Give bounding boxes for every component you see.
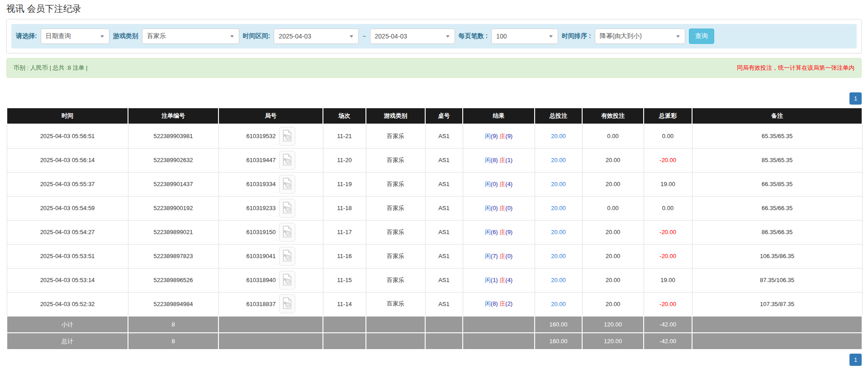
round-id-wrap: 610318940 [222,271,320,290]
cell-session: 11-18 [323,196,366,220]
cell-result: 闲(9) 庄(9) [463,124,535,148]
col-game-type: 游戏类别 [366,108,425,124]
result-banker-label: 庄 [499,157,505,163]
result-player-label: 闲 [485,181,491,187]
chevron-down-icon [345,29,358,43]
video-replay-button[interactable] [279,271,295,290]
cell-valid-bet: 20.00 [582,292,644,316]
video-replay-button[interactable] [279,294,295,313]
round-number: 610319041 [246,253,275,259]
time-range-label: 时间区间: [243,32,270,40]
page-size-select[interactable]: 100 [491,29,558,44]
date-to-select[interactable]: 2025-04-03 [370,29,455,44]
result-player-label: 闲 [485,277,491,283]
video-file-icon [282,225,292,239]
round-number: 610319447 [246,157,275,163]
result-banker-score: (4) [505,181,512,187]
round-number: 610319233 [246,205,275,211]
result-player-label: 闲 [485,205,491,211]
cell-session: 11-21 [323,124,366,148]
cell-bet-id: 522389903981 [128,124,218,148]
result-banker-label: 庄 [499,300,505,307]
col-bet-id: 注单编号 [128,108,218,124]
cell-total-bet: 20.00 [535,172,582,196]
cell-game-type: 百家乐 [366,124,425,148]
cell-note: 65.35/65.35 [692,124,862,148]
page-button-1[interactable]: 1 [849,354,862,366]
total-bet-link[interactable]: 20.00 [551,157,566,163]
video-file-icon [282,129,292,143]
page-button-1[interactable]: 1 [849,92,862,105]
table-row: 2025-04-03 05:52:32522389894984610318837… [7,292,862,316]
total-bet-link[interactable]: 20.00 [551,229,566,235]
result-banker-label: 庄 [499,229,505,235]
cell-valid-bet: 20.00 [582,244,644,268]
summary-left-text: 币别 : 人民币 | 总共 :8 注单 | [14,64,88,72]
video-replay-button[interactable] [279,127,295,146]
table-header: 时间 注单编号 局号 场次 游戏类别 桌号 结果 总投注 有效投注 总派彩 备注 [7,108,862,124]
search-button[interactable]: 查询 [689,29,714,44]
round-number: 610318837 [246,301,275,307]
total-bet-link[interactable]: 20.00 [551,205,566,211]
result-player-score: (6) [491,229,498,235]
result-banker-label: 庄 [499,181,505,187]
video-replay-button[interactable] [279,247,295,266]
cell-round-id: 610318837 [218,292,323,316]
cell-round-id: 610319150 [218,220,323,244]
total-bet-link[interactable]: 20.00 [551,277,566,283]
cell-valid-bet: 0.00 [582,124,644,148]
cell-table-no: AS1 [425,220,463,244]
result-banker-label: 庄 [499,253,505,259]
cell-game-type: 百家乐 [366,220,425,244]
cell-time: 2025-04-03 05:53:14 [7,268,128,292]
cell-game-type: 百家乐 [366,196,425,220]
result-banker-score: (9) [505,133,512,139]
sort-select[interactable]: 降幂(由大到小) [595,29,685,44]
video-replay-button[interactable] [279,151,295,170]
cell-session: 11-15 [323,268,366,292]
cell-valid-bet: 20.00 [582,148,644,172]
total-bet-link[interactable]: 20.00 [551,181,566,187]
cell-time: 2025-04-03 05:54:27 [7,220,128,244]
cell-total-bet: 20.00 [535,220,582,244]
cell-round-id: 610319447 [218,148,323,172]
query-type-select[interactable]: 日期查询 [41,29,109,44]
cell-game-type: 百家乐 [366,148,425,172]
sum-empty-table [425,316,463,333]
cell-bet-id: 522389902632 [128,148,218,172]
sum-empty-result [463,316,535,333]
query-type-value: 日期查询 [41,32,71,40]
select-type-label: 请选择: [16,32,37,40]
col-payout: 总派彩 [644,108,692,124]
sum-empty-session [323,316,366,333]
sum-valid-bet: 120.00 [582,316,644,333]
total-bet-link[interactable]: 20.00 [551,253,566,259]
round-id-wrap: 610319447 [222,151,320,170]
cell-note: 66.35/66.35 [692,196,862,220]
result-banker-score: (9) [505,229,512,235]
cell-time: 2025-04-03 05:56:51 [7,124,128,148]
cell-session: 11-16 [323,244,366,268]
date-from-select[interactable]: 2025-04-03 [274,29,359,44]
cell-total-bet: 20.00 [535,124,582,148]
table-row: 2025-04-03 05:55:37522389901437610319334… [7,172,862,196]
video-replay-button[interactable] [279,223,295,242]
result-banker-label: 庄 [499,133,505,139]
cell-game-type: 百家乐 [366,268,425,292]
total-bet-link[interactable]: 20.00 [551,133,566,139]
video-replay-button[interactable] [279,199,295,218]
filter-bar: 请选择: 日期查询 游戏类别 百家乐 时间区间: 2025-04-03 ~ 20… [11,24,857,48]
video-replay-button[interactable] [279,175,295,194]
game-type-select[interactable]: 百家乐 [142,29,239,44]
total-bet-link[interactable]: 20.00 [551,301,566,307]
table-body: 2025-04-03 05:56:51522389903981610319532… [7,124,862,350]
sum-empty-round [218,333,323,350]
cell-round-id: 610319334 [218,172,323,196]
round-id-wrap: 610319532 [222,127,320,146]
round-number: 610319532 [246,133,275,139]
cell-note: 86.35/66.35 [692,220,862,244]
cell-table-no: AS1 [425,172,463,196]
cell-session: 11-14 [323,292,366,316]
video-file-icon [282,297,292,311]
sum-valid-bet: 120.00 [582,333,644,350]
